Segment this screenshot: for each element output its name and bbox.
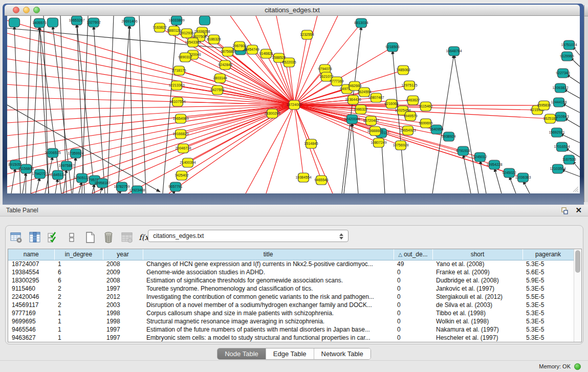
- graph-edge[interactable]: [344, 122, 352, 193]
- graph-node[interactable]: 1949579: [403, 112, 417, 121]
- graph-node[interactable]: 9699695: [419, 119, 432, 128]
- table-cell[interactable]: Tourette syndrome. Phenomenology and cla…: [143, 285, 394, 293]
- graph-node[interactable]: 8813034: [354, 18, 368, 28]
- table-cell[interactable]: 0: [394, 325, 432, 334]
- graph-node[interactable]: 15692921: [549, 128, 564, 137]
- table-cell[interactable]: 18724007: [8, 260, 54, 268]
- column-header-title[interactable]: title: [143, 249, 394, 260]
- graph-node[interactable]: 1167533: [562, 155, 576, 164]
- table-cell[interactable]: 18300295: [8, 276, 54, 285]
- column-header-out-degree[interactable]: △out_de...: [394, 249, 432, 260]
- graph-node[interactable]: 9146821: [259, 49, 273, 58]
- graph-node[interactable]: 7986322: [354, 105, 367, 114]
- graph-node[interactable]: 7425402: [175, 171, 188, 180]
- table-cell[interactable]: 9463627: [8, 334, 54, 342]
- graph-node[interactable]: 9875685: [221, 47, 234, 56]
- table-cell[interactable]: 9777169: [8, 309, 54, 317]
- table-cell[interactable]: 5.6E-5: [522, 268, 574, 276]
- graph-node[interactable]: 9463627: [406, 96, 420, 105]
- graph-edge[interactable]: [7, 105, 294, 174]
- graph-edge[interactable]: [94, 26, 105, 193]
- table-row[interactable]: 911546021997Tourette syndrome. Phenomeno…: [8, 285, 574, 293]
- graph-node[interactable]: 19384554: [295, 173, 311, 182]
- table-cell[interactable]: Embryonic stem cells: a model to study s…: [143, 334, 394, 342]
- graph-edge[interactable]: [139, 16, 146, 193]
- graph-edge[interactable]: [523, 181, 530, 193]
- table-row[interactable]: 1938455462009Genome-wide association stu…: [8, 268, 574, 276]
- table-scrollbar-thumb[interactable]: [575, 250, 580, 273]
- graph-node[interactable]: 17942737: [32, 169, 48, 179]
- graph-edge[interactable]: [7, 59, 294, 105]
- table-cell[interactable]: 5.3E-5: [522, 309, 574, 317]
- graph-edge[interactable]: [7, 20, 294, 105]
- graph-node[interactable]: 1232554: [300, 30, 314, 39]
- graph-node[interactable]: 12093832: [552, 83, 568, 93]
- table-cell[interactable]: 2008: [103, 276, 143, 285]
- graph-node[interactable]: 12444158: [551, 98, 567, 107]
- graph-node[interactable]: 9218506: [385, 42, 399, 52]
- table-cell[interactable]: 1: [54, 309, 103, 317]
- graph-edge[interactable]: [432, 54, 454, 193]
- table-cell[interactable]: 1: [54, 325, 103, 334]
- graph-node[interactable]: 9245012: [473, 152, 487, 162]
- graph-node[interactable]: 10807487: [368, 93, 384, 102]
- table-row[interactable]: 1830029562008Estimation of significance …: [8, 276, 574, 285]
- column-header-short[interactable]: short: [432, 249, 522, 260]
- table-cell[interactable]: 9699695: [8, 317, 54, 325]
- graph-node[interactable]: 2803144: [213, 74, 227, 83]
- table-row[interactable]: 969969511998Structural magnetic resonanc…: [8, 317, 574, 325]
- graph-node[interactable]: 1625183: [543, 114, 557, 123]
- graph-node[interactable]: 9890317: [178, 53, 192, 62]
- graph-node[interactable]: 15720407: [363, 116, 379, 125]
- table-cell[interactable]: 5.3E-5: [522, 301, 574, 309]
- float-panel-icon[interactable]: [560, 207, 569, 215]
- table-cell[interactable]: Dudbridge et al. (2008): [432, 276, 522, 285]
- table-cell[interactable]: Disruption of a novel member of a sodium…: [143, 301, 394, 309]
- graph-node[interactable]: 9245022: [502, 168, 516, 178]
- table-cell[interactable]: 5.3E-5: [522, 285, 574, 293]
- graph-node[interactable]: 10954228: [486, 160, 502, 169]
- graph-node[interactable]: 15751074: [561, 40, 577, 50]
- graph-node[interactable]: 12975125: [401, 81, 417, 90]
- tab-node-table[interactable]: Node Table: [217, 348, 266, 359]
- graph-edge[interactable]: [39, 26, 49, 193]
- table-cell[interactable]: 5.3E-5: [522, 260, 574, 268]
- graph-node[interactable]: 1327602: [86, 18, 100, 27]
- graph-node[interactable]: 9115460: [419, 102, 433, 111]
- graph-node[interactable]: 7163822: [153, 23, 166, 32]
- graph-node[interactable]: 19654983: [172, 114, 188, 123]
- table-cell[interactable]: 2: [54, 293, 103, 301]
- graph-node[interactable]: 1595838: [537, 101, 551, 110]
- graph-edge[interactable]: [92, 105, 294, 193]
- graph-node[interactable]: 6791918: [456, 146, 470, 156]
- column-header-in-degree[interactable]: in_degree: [54, 249, 103, 260]
- table-cell[interactable]: Wolkin et al. (1998): [432, 317, 522, 325]
- graph-node[interactable]: 9242848: [218, 60, 232, 70]
- column-header-name[interactable]: name: [8, 249, 54, 260]
- table-cell[interactable]: Tibbo et al. (1998): [432, 309, 522, 317]
- graph-node[interactable]: 12103504: [550, 164, 565, 173]
- graph-node[interactable]: 9657791: [168, 182, 182, 191]
- table-scrollbar[interactable]: [574, 249, 581, 342]
- delete-table-icon[interactable]: [102, 231, 115, 244]
- graph-node[interactable]: 11036383: [515, 173, 531, 182]
- table-cell[interactable]: 5.3E-5: [522, 325, 574, 334]
- graph-node[interactable]: 1640954: [429, 125, 443, 134]
- table-row[interactable]: 946554611997Estimation of the future num…: [8, 325, 574, 334]
- table-cell[interactable]: 2003: [103, 301, 143, 309]
- graph-edge[interactable]: [7, 84, 294, 105]
- table-cell[interactable]: 1997: [103, 285, 143, 293]
- table-cell[interactable]: Yano et al. (2008): [432, 260, 522, 268]
- graph-node[interactable]: [200, 16, 210, 25]
- table-column-icon[interactable]: [28, 231, 41, 244]
- table-settings-icon[interactable]: [10, 231, 23, 244]
- graph-node[interactable]: 10653267: [69, 16, 84, 25]
- table-row[interactable]: 946362711997Embryonic stem cells: a mode…: [8, 334, 574, 342]
- table-cell[interactable]: Nakamura et al. (1997): [432, 325, 522, 334]
- table-cell[interactable]: 9465546: [8, 325, 54, 334]
- table-cell[interactable]: 0: [394, 276, 432, 285]
- tab-network-table[interactable]: Network Table: [314, 348, 371, 359]
- graph-edge[interactable]: [7, 97, 294, 105]
- graph-node[interactable]: 2718176: [172, 66, 186, 75]
- graph-edge[interactable]: [43, 16, 49, 193]
